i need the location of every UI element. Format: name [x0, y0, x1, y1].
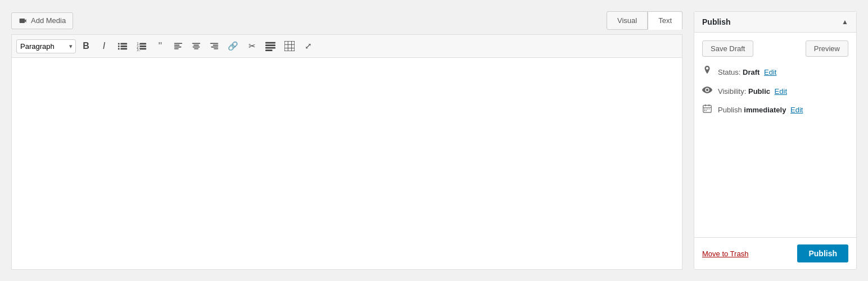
- editor-content[interactable]: [11, 57, 682, 270]
- svg-rect-28: [284, 41, 295, 51]
- italic-button[interactable]: I: [96, 38, 112, 54]
- svg-rect-41: [704, 110, 705, 111]
- publish-meta: Status: Draft Edit Visibility: Public Ed…: [702, 66, 848, 115]
- visibility-icon: [702, 86, 712, 96]
- table-button[interactable]: [281, 38, 298, 54]
- visibility-row: Visibility: Public Edit: [702, 86, 848, 96]
- ul-icon: [117, 41, 128, 51]
- svg-rect-22: [211, 47, 218, 48]
- tab-visual[interactable]: Visual: [607, 11, 648, 30]
- visibility-edit-link[interactable]: Edit: [775, 87, 787, 96]
- svg-rect-19: [194, 48, 198, 49]
- publish-time-row: Publish immediately Edit: [702, 104, 848, 115]
- publish-panel-footer: Move to Trash Publish: [694, 237, 856, 269]
- publish-actions: Save Draft Preview: [702, 40, 848, 57]
- align-center-icon: [192, 42, 201, 51]
- svg-rect-40: [709, 108, 710, 110]
- paragraph-select-wrap: Paragraph Heading 1 Heading 2 Heading 3 …: [16, 39, 76, 53]
- add-media-button[interactable]: Add Media: [11, 12, 73, 29]
- publish-time-text: Publish immediately Edit: [718, 106, 803, 114]
- more-tag-button[interactable]: ✂: [244, 38, 260, 54]
- preview-button[interactable]: Preview: [806, 40, 848, 57]
- more-tag-icon: ✂: [248, 41, 256, 51]
- editor-area: Add Media Visual Text Paragraph Heading …: [11, 11, 682, 270]
- link-button[interactable]: 🔗: [224, 38, 242, 54]
- svg-rect-1: [120, 43, 127, 45]
- status-edit-link[interactable]: Edit: [764, 68, 776, 76]
- svg-rect-16: [192, 43, 200, 44]
- svg-rect-39: [707, 108, 708, 110]
- publish-button[interactable]: Publish: [797, 244, 848, 262]
- svg-rect-15: [174, 48, 179, 49]
- svg-rect-5: [120, 48, 127, 50]
- editor-tabs: Visual Text: [607, 11, 682, 30]
- save-draft-button[interactable]: Save Draft: [702, 40, 753, 57]
- align-left-icon: [174, 42, 183, 51]
- publish-panel: Publish ▲ Save Draft Preview Status: Dra…: [694, 11, 857, 270]
- svg-rect-24: [265, 42, 275, 44]
- svg-rect-21: [213, 45, 219, 46]
- blockquote-button[interactable]: ": [152, 38, 168, 54]
- ordered-list-button[interactable]: 1. 2. 3.: [133, 38, 150, 54]
- table-icon: [284, 41, 295, 51]
- toolbar-toggle-button[interactable]: [262, 38, 279, 54]
- svg-rect-27: [265, 49, 273, 51]
- svg-rect-0: [118, 43, 120, 45]
- editor-top-bar: Add Media Visual Text: [11, 11, 682, 30]
- align-right-button[interactable]: [206, 38, 222, 54]
- paragraph-select[interactable]: Paragraph Heading 1 Heading 2 Heading 3 …: [16, 39, 76, 53]
- status-text: Status: Draft Edit: [718, 68, 776, 76]
- svg-rect-11: [139, 48, 146, 50]
- svg-rect-13: [174, 45, 180, 46]
- svg-rect-4: [118, 48, 120, 50]
- svg-rect-37: [704, 108, 705, 110]
- status-icon: [702, 66, 712, 78]
- link-icon: 🔗: [228, 41, 238, 51]
- svg-rect-14: [174, 47, 182, 48]
- align-right-icon: [210, 42, 219, 51]
- status-row: Status: Draft Edit: [702, 66, 848, 78]
- add-media-label: Add Media: [31, 16, 66, 25]
- publish-panel-body: Save Draft Preview Status: Draft Edit: [694, 33, 856, 132]
- svg-rect-18: [193, 47, 200, 48]
- publish-panel-title: Publish: [702, 17, 731, 26]
- blockquote-icon: ": [159, 40, 162, 52]
- svg-rect-26: [265, 47, 275, 49]
- add-media-icon: [19, 16, 28, 25]
- collapse-icon[interactable]: ▲: [842, 18, 848, 26]
- ol-icon: 1. 2. 3.: [137, 41, 147, 51]
- publish-time-edit-link[interactable]: Edit: [790, 106, 803, 114]
- tab-text[interactable]: Text: [648, 11, 682, 30]
- publish-panel-header: Publish ▲: [694, 12, 856, 33]
- editor-toolbar: Paragraph Heading 1 Heading 2 Heading 3 …: [11, 34, 682, 57]
- bold-button[interactable]: B: [78, 38, 94, 54]
- svg-rect-38: [706, 108, 707, 110]
- move-to-trash-button[interactable]: Move to Trash: [702, 250, 748, 258]
- svg-rect-20: [210, 43, 218, 44]
- svg-rect-23: [214, 48, 218, 49]
- visibility-text: Visibility: Public Edit: [718, 87, 787, 96]
- unordered-list-button[interactable]: [114, 38, 131, 54]
- calendar-icon: [702, 104, 712, 115]
- fullscreen-button[interactable]: ⤢: [300, 38, 316, 54]
- fullscreen-icon: ⤢: [305, 41, 312, 51]
- svg-rect-42: [706, 110, 707, 111]
- align-left-button[interactable]: [170, 38, 186, 54]
- svg-rect-9: [139, 46, 146, 47]
- svg-rect-3: [120, 46, 127, 47]
- svg-rect-25: [265, 44, 275, 46]
- toolbar-toggle-icon: [265, 41, 275, 51]
- svg-rect-12: [174, 43, 182, 44]
- svg-rect-17: [193, 45, 199, 46]
- align-center-button[interactable]: [188, 38, 204, 54]
- svg-rect-2: [118, 46, 120, 47]
